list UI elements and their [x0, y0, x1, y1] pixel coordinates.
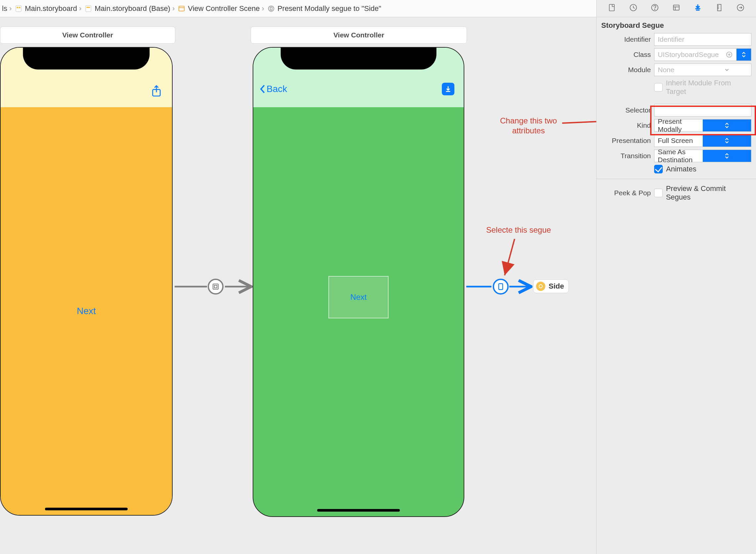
storyboard-file-icon	[84, 4, 92, 13]
section-title: Storyboard Segue	[596, 17, 756, 33]
crumb-truncated[interactable]: ls	[2, 4, 7, 13]
selector-field[interactable]	[654, 104, 751, 116]
svg-rect-8	[270, 7, 272, 10]
present-modally-icon	[497, 282, 504, 291]
dropdown-cap-icon[interactable]	[703, 135, 751, 147]
svg-rect-3	[86, 5, 91, 11]
svg-line-26	[505, 239, 515, 275]
presentation-label: Presentation	[601, 137, 651, 145]
svg-rect-27	[213, 284, 218, 289]
attributes-inspector-tab[interactable]	[693, 3, 702, 14]
storyboard-reference-label: Side	[549, 282, 564, 290]
identifier-field[interactable]	[654, 33, 751, 46]
crumb-main-storyboard-base[interactable]: › Main.storyboard (Base)	[78, 4, 170, 13]
scene-title-bar[interactable]: View Controller	[0, 26, 175, 44]
share-icon[interactable]	[151, 85, 162, 100]
annotation-attributes: Change this two attributes	[500, 116, 557, 136]
identity-inspector-tab[interactable]	[672, 3, 681, 14]
connections-inspector-tab[interactable]	[736, 3, 745, 14]
plus-icon[interactable]	[722, 49, 737, 61]
home-indicator	[317, 509, 400, 512]
crumb-segue[interactable]: › Present Modally segue to "Side"	[261, 4, 381, 13]
dropdown-cap-icon[interactable]	[703, 119, 751, 131]
crumb-label: View Controller Scene	[188, 4, 260, 13]
container-view[interactable]: Next	[328, 276, 389, 318]
transition-select[interactable]: Same As Destination	[654, 150, 751, 162]
class-field[interactable]: UIStoryboardSegue	[654, 48, 751, 61]
device-frame: Next	[0, 47, 173, 516]
chevron-right-icon: ›	[172, 4, 175, 13]
annotation-segue: Selecte this segue	[486, 225, 551, 235]
scene-icon	[177, 4, 186, 13]
inherit-module-checkbox[interactable]	[654, 83, 663, 92]
storyboard-canvas[interactable]: View Controller Next View Controller Bac…	[0, 17, 596, 554]
scene-view-controller-1[interactable]: View Controller Next	[0, 26, 175, 516]
inherit-module-label: Inherit Module From Target	[666, 79, 751, 96]
crumb-vc-scene[interactable]: › View Controller Scene	[172, 4, 260, 13]
svg-point-7	[268, 6, 274, 11]
row-animates: Animates	[601, 165, 751, 173]
identifier-label: Identifier	[601, 36, 651, 43]
crumb-main-storyboard[interactable]: › Main.storyboard	[9, 4, 77, 13]
dropdown-cap-icon[interactable]	[703, 150, 751, 162]
segue-form: Identifier Class UIStoryboardSegue Modul…	[596, 33, 756, 206]
svg-rect-35	[673, 5, 679, 10]
view-body: Next	[1, 107, 172, 515]
help-inspector-tab[interactable]	[650, 3, 659, 14]
svg-line-25	[562, 120, 596, 123]
size-inspector-tab[interactable]	[715, 3, 723, 14]
animates-label: Animates	[666, 165, 696, 173]
svg-rect-40	[717, 4, 721, 11]
row-identifier: Identifier	[601, 33, 751, 46]
row-class: Class UIStoryboardSegue	[601, 48, 751, 61]
divider	[596, 179, 756, 179]
svg-rect-1	[17, 7, 18, 8]
kind-select[interactable]: Present Modally	[654, 119, 751, 132]
svg-rect-28	[214, 285, 217, 288]
scene-title-bar[interactable]: View Controller	[251, 26, 467, 44]
back-button[interactable]: Back	[259, 84, 287, 94]
row-selector: Selector	[601, 104, 751, 116]
module-select[interactable]: None	[654, 63, 751, 76]
segue-icon	[267, 4, 275, 13]
next-button[interactable]: Next	[350, 292, 366, 302]
next-button[interactable]: Next	[77, 306, 96, 316]
chevron-right-icon: ›	[9, 4, 12, 13]
module-label: Module	[601, 66, 651, 74]
row-inherit: Inherit Module From Target	[601, 79, 751, 96]
dropdown-cap-icon[interactable]	[737, 49, 751, 61]
crumb-label: Present Modally segue to "Side"	[277, 4, 381, 13]
inspector-panel: Storyboard Segue Identifier Class UIStor…	[596, 0, 756, 554]
row-kind: Kind Present Modally	[601, 119, 751, 132]
row-presentation: Presentation Full Screen	[601, 134, 751, 147]
inspector-tabs	[596, 0, 756, 17]
row-peek-pop: Peek & Pop Preview & Commit Segues	[601, 184, 751, 202]
selector-label: Selector	[601, 106, 651, 114]
device-frame: Back Next	[253, 47, 464, 517]
storyboard-reference-side[interactable]: Side	[533, 279, 569, 293]
chevron-down-icon	[703, 67, 751, 72]
class-label: Class	[601, 51, 651, 59]
device-notch	[281, 48, 437, 69]
download-icon[interactable]	[442, 83, 454, 95]
presentation-select[interactable]: Full Screen	[654, 134, 751, 147]
file-inspector-tab[interactable]	[608, 3, 616, 14]
kind-label: Kind	[601, 121, 651, 129]
svg-rect-29	[499, 284, 503, 290]
module-value: None	[654, 66, 703, 74]
history-inspector-tab[interactable]	[629, 3, 638, 14]
device-notch	[23, 48, 149, 69]
segue-node-present-modally[interactable]	[493, 279, 509, 294]
transition-label: Transition	[601, 152, 651, 160]
row-transition: Transition Same As Destination	[601, 150, 751, 162]
presentation-value: Full Screen	[654, 137, 703, 145]
peek-pop-value: Preview & Commit Segues	[666, 184, 751, 202]
scene-title: View Controller	[333, 31, 384, 39]
back-label: Back	[266, 84, 287, 94]
svg-rect-31	[610, 4, 615, 11]
animates-checkbox[interactable]	[654, 165, 663, 173]
peek-pop-label: Peek & Pop	[601, 189, 651, 197]
segue-node-embed[interactable]	[208, 279, 224, 294]
peek-pop-checkbox[interactable]	[654, 189, 663, 197]
scene-view-controller-2[interactable]: View Controller Back Next	[251, 26, 467, 517]
